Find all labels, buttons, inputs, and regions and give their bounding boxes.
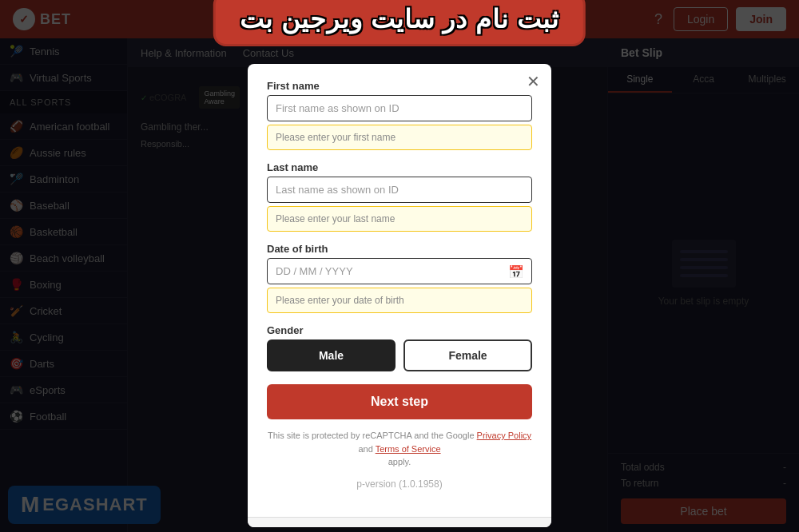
last-name-hint: Please enter your last name: [267, 206, 532, 232]
last-name-group: Last name Please enter your last name: [267, 161, 532, 232]
next-step-button[interactable]: Next step: [267, 384, 532, 419]
first-name-hint: Please enter your first name: [267, 125, 532, 150]
gender-male-button[interactable]: Male: [267, 339, 396, 371]
captcha-text: This site is protected by reCAPTCHA and …: [267, 429, 532, 469]
persian-text: ثبت نام در سایت ویرجین بت: [240, 4, 559, 34]
intl-betting-logo: International betting integrity associat…: [379, 527, 443, 528]
modal-overlay: ثبت نام در سایت ویرجین بت ✕ First name P…: [0, 0, 799, 532]
gender-label: Gender: [267, 324, 532, 336]
first-name-input[interactable]: [267, 95, 532, 121]
first-name-label: First name: [267, 80, 532, 92]
persian-banner: ثبت نام در سایت ویرجین بت: [213, 0, 586, 46]
modal-close-button[interactable]: ✕: [527, 72, 540, 91]
gender-buttons: Male Female: [267, 339, 532, 371]
registration-modal: ✕ First name Please enter your first nam…: [248, 64, 551, 527]
dob-hint: Please enter your date of birth: [267, 288, 532, 313]
modal-content: First name Please enter your first name …: [248, 64, 551, 517]
first-name-group: First name Please enter your first name: [267, 80, 532, 150]
privacy-policy-link[interactable]: Privacy Policy: [477, 431, 531, 440]
gender-female-button[interactable]: Female: [403, 339, 532, 371]
gender-group: Gender Male Female: [267, 324, 532, 371]
last-name-label: Last name: [267, 161, 532, 173]
dob-input[interactable]: [267, 258, 532, 284]
dob-label: Date of birth: [267, 243, 532, 255]
date-wrapper: 📅: [267, 258, 532, 284]
version-text: p-version (1.0.1958): [267, 478, 532, 490]
last-name-input[interactable]: [267, 177, 532, 203]
modal-footer: ✓ eCOGRA International betting integrity…: [248, 517, 551, 528]
dob-group: Date of birth 📅 Please enter your date o…: [267, 243, 532, 313]
terms-link[interactable]: Terms of Service: [376, 444, 441, 454]
